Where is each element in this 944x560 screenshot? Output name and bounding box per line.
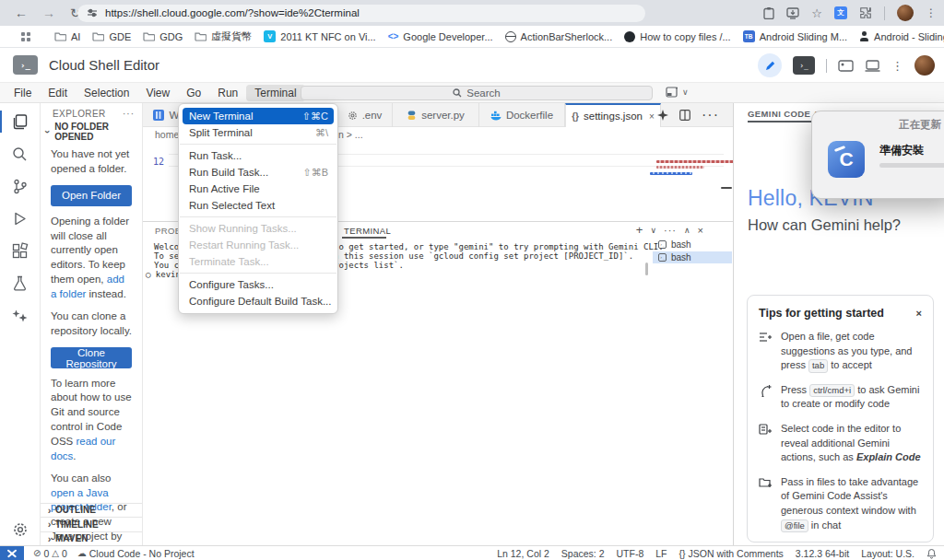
menu-item-split-terminal[interactable]: Split Terminal ⌘\ — [179, 124, 337, 141]
menu-edit[interactable]: Edit — [40, 85, 76, 101]
bookmark-google-developer[interactable]: <> Google Developer... — [388, 31, 493, 42]
tab-dockerfile[interactable]: Dockerfile — [479, 103, 565, 127]
menu-item-run-active-file[interactable]: Run Active File — [179, 181, 337, 197]
browser-menu-icon[interactable]: ⋮ — [926, 6, 937, 19]
tip-code-suggestions: Open a file, get code suggestions as you… — [759, 330, 922, 373]
tab-terminal[interactable]: TERMINAL — [344, 226, 391, 236]
terminal-dropdown-icon[interactable]: ∨ — [650, 226, 656, 235]
share-icon[interactable] — [763, 6, 774, 19]
close-panel-icon[interactable]: × — [698, 225, 703, 236]
new-terminal-icon[interactable]: + — [636, 223, 643, 237]
bookmark-how-to-copy[interactable]: How to copy files /... — [624, 31, 730, 42]
menu-item-new-terminal[interactable]: New Terminal ⇧⌘C — [183, 108, 334, 124]
menu-separator — [180, 273, 336, 274]
settings-gear-icon[interactable] — [0, 521, 41, 538]
bookmark-ai[interactable]: AI — [54, 31, 80, 42]
editor-mode-button[interactable] — [758, 53, 782, 77]
tab-server-py[interactable]: server.py — [393, 103, 479, 127]
remote-indicator[interactable] — [0, 546, 24, 560]
panel-scrollbar[interactable] — [645, 262, 648, 275]
eol-type[interactable]: LF — [655, 548, 667, 559]
session-window-icon[interactable] — [865, 60, 880, 72]
split-editor-icon[interactable] — [679, 110, 690, 121]
apps-grid-icon[interactable] — [21, 32, 30, 41]
outline-section[interactable]: ›OUTLINE — [41, 503, 142, 518]
bookmark-crypto[interactable]: 虛擬貨幣 — [195, 29, 252, 43]
browser-profile-avatar[interactable] — [897, 5, 914, 21]
attach-file-icon — [759, 475, 773, 532]
gemini-sparkle-icon[interactable] — [657, 110, 668, 121]
open-folder-button[interactable]: Open Folder — [51, 185, 132, 206]
open-terminal-button[interactable]: ›_ — [793, 56, 815, 75]
keyboard-layout[interactable]: Layout: U.S. — [861, 548, 914, 559]
account-avatar[interactable] — [914, 55, 935, 76]
extensions-icon[interactable] — [859, 6, 872, 19]
tab-env[interactable]: .env — [337, 103, 393, 127]
panel-more-icon[interactable]: ··· — [664, 225, 677, 236]
tip-ask-gemini: Press ctrl/cmd+i to ask Gemini to create… — [759, 383, 922, 412]
install-app-icon[interactable] — [786, 7, 799, 19]
menu-file[interactable]: File — [6, 85, 40, 101]
problems-status[interactable]: ⊘ 0 △ 0 — [33, 548, 67, 559]
encoding[interactable]: UTF-8 — [617, 548, 644, 559]
bookmark-gdg[interactable]: GDG — [143, 31, 183, 42]
bookmark-actionbarsherlock[interactable]: ActionBarSherlock... — [505, 31, 613, 42]
header-more-icon[interactable]: ⋮ — [891, 59, 903, 73]
activity-gemini-icon[interactable] — [2, 302, 39, 328]
no-folder-opened-section[interactable]: › NO FOLDER OPENED — [41, 123, 142, 140]
menu-item-run-task[interactable]: Run Task... — [179, 147, 337, 164]
forward-icon[interactable]: → — [42, 6, 55, 19]
pen-spark-icon — [759, 383, 773, 412]
site-settings-icon[interactable] — [87, 7, 98, 18]
menu-item-show-running-tasks: Show Running Tasks... — [179, 220, 337, 237]
activity-explorer-icon[interactable] — [2, 109, 39, 134]
terminal-session-bash-2[interactable]: ›_ bash — [653, 251, 732, 264]
layout-control[interactable]: ∨ — [666, 87, 689, 98]
menu-separator — [180, 144, 336, 145]
close-tips-icon[interactable]: × — [916, 308, 922, 319]
menu-go[interactable]: Go — [178, 85, 209, 101]
menu-item-configure-default-build-task[interactable]: Configure Default Build Task... — [179, 293, 337, 309]
editor-more-icon[interactable]: ··· — [702, 107, 719, 123]
bookmark-gde[interactable]: GDE — [92, 31, 131, 42]
activity-run-debug-icon[interactable] — [2, 205, 39, 231]
terminal-session-bash-1[interactable]: ›_ bash — [653, 239, 732, 251]
menu-run[interactable]: Run — [209, 85, 246, 101]
activity-search-icon[interactable] — [2, 141, 39, 167]
explorer-more-icon[interactable]: ··· — [123, 109, 135, 119]
menu-terminal[interactable]: Terminal — [246, 85, 304, 101]
menu-item-run-build-task[interactable]: Run Build Task... ⇧⌘B — [179, 164, 337, 181]
activity-extensions-icon[interactable] — [2, 238, 39, 263]
python-version[interactable]: 3.12.3 64-bit — [796, 548, 849, 559]
menu-item-configure-tasks[interactable]: Configure Tasks... — [179, 276, 337, 293]
cloud-code-status[interactable]: ☁ Cloud Code - No Project — [77, 548, 195, 559]
search-input[interactable]: Search — [301, 86, 653, 100]
activity-source-control-icon[interactable] — [2, 173, 39, 199]
bookmark-vimeo[interactable]: V 2011 KT NFC on Vi... — [264, 30, 375, 42]
notifications-bell-icon[interactable] — [926, 548, 937, 559]
menu-item-run-selected-text[interactable]: Run Selected Text — [179, 197, 337, 214]
bookmark-android-sliding[interactable]: Android - Sliding... — [859, 31, 944, 42]
menu-selection[interactable]: Selection — [76, 85, 137, 101]
bookmark-star-icon[interactable]: ☆ — [811, 6, 822, 20]
indentation[interactable]: Spaces: 2 — [561, 548, 605, 559]
menu-view[interactable]: View — [137, 85, 178, 101]
translate-icon[interactable]: 文 — [834, 6, 847, 19]
web-preview-icon[interactable] — [838, 60, 854, 72]
update-progress-bar — [879, 163, 944, 168]
maven-section[interactable]: ›MAVEN — [41, 531, 142, 546]
tab-settings-json[interactable]: {} settings.json × — [565, 103, 661, 127]
timeline-section[interactable]: ›TIMELINE — [41, 517, 142, 531]
back-icon[interactable]: ← — [15, 6, 28, 19]
header-divider — [826, 59, 827, 73]
activity-testing-icon[interactable] — [2, 270, 39, 296]
terminal-icon: ›_ — [658, 253, 667, 262]
cursor-position[interactable]: Ln 12, Col 2 — [497, 548, 549, 559]
close-tab-icon[interactable]: × — [649, 111, 655, 122]
maximize-panel-icon[interactable]: ∧ — [684, 226, 690, 235]
address-bar[interactable]: https://shell.cloud.google.com/?show=ide… — [77, 5, 645, 22]
clone-repository-button[interactable]: Clone Repository — [51, 347, 132, 368]
bookmark-android-sliding-menu[interactable]: TB Android Sliding M... — [743, 30, 847, 42]
person-icon — [859, 31, 869, 41]
language-mode[interactable]: {} JSON with Comments — [679, 548, 784, 559]
